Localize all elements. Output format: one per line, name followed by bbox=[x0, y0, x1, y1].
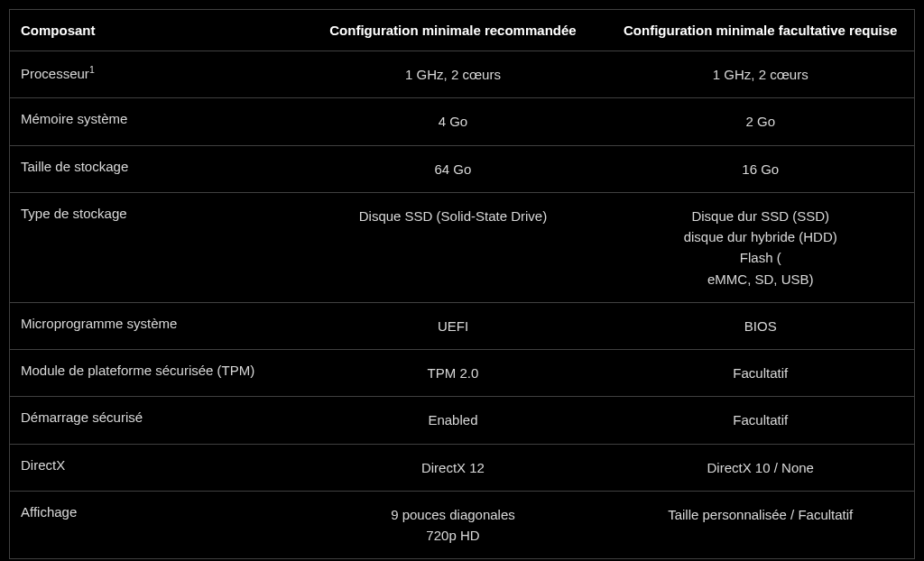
cell-recommended: UEFI bbox=[299, 302, 606, 349]
cell-optional: Taille personnalisée / Facultatif bbox=[606, 491, 914, 559]
table-header-row: Composant Configuration minimale recomma… bbox=[10, 10, 915, 51]
table-row: Microprogramme systèmeUEFIBIOS bbox=[10, 302, 915, 349]
table-row: Affichage9 pouces diagonales 720p HDTail… bbox=[10, 491, 915, 559]
footnote-marker: 1 bbox=[89, 64, 95, 75]
table-row: Type de stockageDisque SSD (Solid-State … bbox=[10, 192, 915, 302]
cell-recommended: 4 Go bbox=[299, 98, 606, 145]
table-row: Module de plateforme sécurisée (TPM)TPM … bbox=[10, 350, 915, 397]
cell-component: Processeur1 bbox=[10, 51, 300, 98]
table-row: Taille de stockage64 Go16 Go bbox=[10, 145, 915, 192]
cell-optional: BIOS bbox=[606, 302, 914, 349]
cell-component: Affichage bbox=[10, 491, 300, 559]
cell-optional: 16 Go bbox=[606, 145, 914, 192]
cell-recommended: 64 Go bbox=[299, 145, 606, 192]
table-row: DirectXDirectX 12DirectX 10 / None bbox=[10, 444, 915, 491]
cell-optional: Facultatif bbox=[606, 397, 914, 444]
cell-recommended: DirectX 12 bbox=[299, 444, 606, 491]
requirements-table: Composant Configuration minimale recomma… bbox=[9, 9, 915, 559]
cell-recommended: Disque SSD (Solid-State Drive) bbox=[299, 192, 606, 302]
table-row: Processeur11 GHz, 2 cœurs1 GHz, 2 cœurs bbox=[10, 51, 915, 98]
cell-recommended: Enabled bbox=[299, 397, 606, 444]
cell-optional: 1 GHz, 2 cœurs bbox=[606, 51, 914, 98]
cell-component: Démarrage sécurisé bbox=[10, 397, 300, 444]
cell-component: Mémoire système bbox=[10, 98, 300, 145]
cell-component: DirectX bbox=[10, 444, 300, 491]
header-recommended: Configuration minimale recommandée bbox=[299, 10, 606, 51]
table-row: Mémoire système4 Go2 Go bbox=[10, 98, 915, 145]
cell-optional: Facultatif bbox=[606, 350, 914, 397]
cell-component: Microprogramme système bbox=[10, 302, 300, 349]
cell-recommended: 9 pouces diagonales 720p HD bbox=[299, 491, 606, 559]
table-row: Démarrage sécuriséEnabledFacultatif bbox=[10, 397, 915, 444]
cell-optional: Disque dur SSD (SSD) disque dur hybride … bbox=[606, 192, 914, 302]
cell-component: Module de plateforme sécurisée (TPM) bbox=[10, 350, 300, 397]
cell-component: Taille de stockage bbox=[10, 145, 300, 192]
cell-recommended: TPM 2.0 bbox=[299, 350, 606, 397]
cell-component: Type de stockage bbox=[10, 192, 300, 302]
header-component: Composant bbox=[10, 10, 300, 51]
cell-recommended: 1 GHz, 2 cœurs bbox=[299, 51, 606, 98]
cell-optional: DirectX 10 / None bbox=[606, 444, 914, 491]
cell-optional: 2 Go bbox=[606, 98, 914, 145]
header-optional: Configuration minimale facultative requi… bbox=[606, 10, 914, 51]
